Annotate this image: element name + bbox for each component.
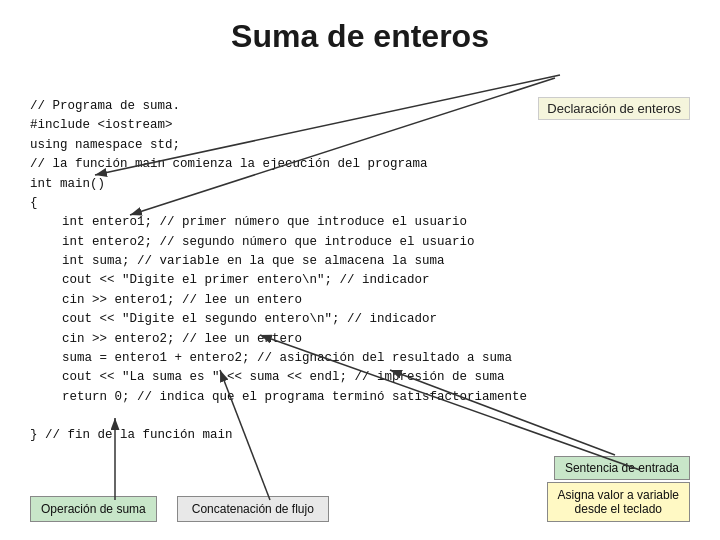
code-line-8: int entero2; // segundo número que intro… [30,233,690,252]
page-title: Suma de enteros [0,0,720,65]
label-operacion-suma: Operación de suma [30,496,157,522]
code-line-14: suma = entero1 + entero2; // asignación … [30,349,690,368]
code-line-17 [30,407,690,426]
code-line-10: cout << "Digite el primer entero\n"; // … [30,271,690,290]
code-line-1: // Programa de suma. [30,97,690,116]
code-line-6: { [30,194,690,213]
code-line-5: int main() [30,175,690,194]
code-line-15: cout << "La suma es " << suma << endl; /… [30,368,690,387]
code-line-3: using namespace std; [30,136,690,155]
label-sentencia-entrada: Sentencia de entrada [554,456,690,480]
code-line-7: int entero1; // primer número que introd… [30,213,690,232]
label-concatenacion: Concatenación de flujo [177,496,329,522]
code-line-16: return 0; // indica que el programa term… [30,388,690,407]
code-line-11: cin >> entero1; // lee un entero [30,291,690,310]
code-line-2: #include <iostream> [30,116,690,135]
code-block: // Programa de suma. #include <iostream>… [30,97,690,446]
label-asigna-valor: Asigna valor a variable desde el teclado [547,482,690,522]
code-line-18: } // fin de la función main [30,426,690,445]
code-line-4: // la función main comienza la ejecución… [30,155,690,174]
code-line-12: cout << "Digite el segundo entero\n"; //… [30,310,690,329]
code-line-9: int suma; // variable en la que se almac… [30,252,690,271]
code-line-13: cin >> entero2; // lee un entero [30,330,690,349]
